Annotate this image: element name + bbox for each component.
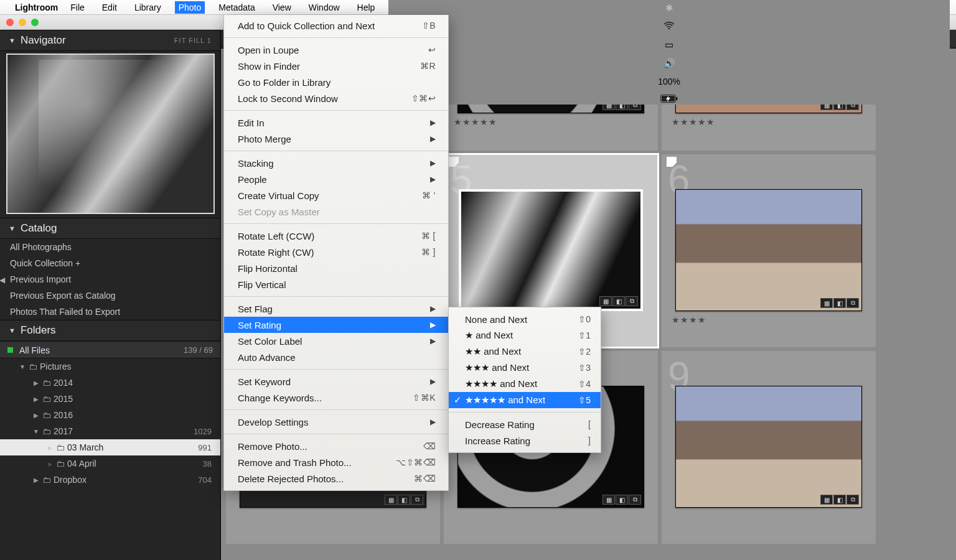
rating-stars[interactable]: ★★★★ — [672, 315, 867, 325]
menu-item[interactable]: Set Rating▶ — [224, 317, 448, 333]
menu-library[interactable]: Library — [131, 1, 165, 14]
app-name[interactable]: Lightroom — [15, 2, 58, 12]
menu-item[interactable]: Rotate Right (CW)⌘ ] — [224, 244, 448, 260]
menu-file[interactable]: File — [67, 1, 88, 14]
minimize-window-icon[interactable] — [19, 19, 26, 26]
catalog-header[interactable]: ▼ Catalog — [0, 218, 220, 239]
tree-arrow-icon[interactable]: ▹ — [46, 444, 54, 451]
thumbnail-image[interactable]: ▦◧⧉ — [675, 189, 862, 311]
menu-item[interactable]: Remove and Trash Photo...⌥⇧⌘⌫ — [224, 454, 448, 470]
badge-icon[interactable]: ▦ — [820, 495, 833, 505]
menu-item[interactable]: Set Flag▶ — [224, 301, 448, 317]
folder-row[interactable]: ▶🗀2014 — [0, 375, 220, 391]
tree-arrow-icon[interactable]: ▶ — [32, 477, 40, 483]
tree-arrow-icon[interactable]: ▶ — [32, 412, 40, 419]
submenu-item[interactable]: None and Next⇧0 — [449, 311, 601, 327]
menu-item[interactable]: Create Virtual Copy⌘ ' — [224, 187, 448, 203]
menu-item[interactable]: Flip Horizontal — [224, 260, 448, 276]
bluetooth-icon[interactable]: ✱ — [665, 2, 673, 14]
menu-item[interactable]: Develop Settings▶ — [224, 414, 448, 430]
navigator-zoom-opts[interactable]: FIT FILL 1 — [174, 37, 212, 44]
tree-arrow-icon[interactable]: ▼ — [32, 428, 40, 435]
menu-view[interactable]: View — [269, 1, 295, 14]
menu-edit[interactable]: Edit — [98, 1, 121, 14]
badge-icon[interactable]: ▦ — [602, 495, 615, 505]
airplay-icon[interactable]: ▭ — [665, 39, 673, 50]
tree-arrow-icon[interactable]: ▹ — [46, 460, 54, 467]
catalog-item[interactable]: Previous Import — [0, 271, 220, 287]
folder-row[interactable]: ▶🗀2016 — [0, 407, 220, 423]
folder-row[interactable]: ▼🗀Pictures — [0, 358, 220, 375]
submenu-item[interactable]: Increase Rating] — [449, 432, 601, 449]
thumbnail-cell[interactable]: 6▦◧⧉★★★★ — [662, 154, 876, 347]
menu-item[interactable]: Auto Advance — [224, 349, 448, 365]
tree-arrow-icon[interactable]: ▼ — [19, 363, 26, 370]
badge-icon[interactable]: ▦ — [599, 296, 612, 306]
folders-header[interactable]: ▼ Folders — [0, 320, 220, 341]
tree-arrow-icon[interactable]: ▶ — [32, 396, 40, 403]
menu-metadata[interactable]: Metadata — [215, 1, 258, 14]
menu-item[interactable]: Open in Loupe↩ — [224, 42, 448, 58]
navigator-preview[interactable] — [6, 54, 215, 214]
menu-item[interactable]: Remove Photo...⌫ — [224, 438, 448, 454]
menu-item[interactable]: Set Color Label▶ — [224, 333, 448, 349]
menu-item[interactable]: Show in Finder⌘R — [224, 58, 448, 74]
menu-item[interactable]: Lock to Second Window⇧⌘↩ — [224, 90, 448, 106]
catalog-item[interactable]: Quick Collection + — [0, 255, 220, 271]
menu-item[interactable]: Flip Vertical — [224, 276, 448, 292]
badge-icon[interactable]: ▦ — [385, 495, 397, 505]
badge-icon[interactable]: ◧ — [833, 495, 846, 505]
catalog-item[interactable]: Photos That Failed to Export — [0, 304, 220, 320]
navigator-header[interactable]: ▼ Navigator FIT FILL 1 — [0, 30, 220, 51]
badge-icon[interactable]: ◧ — [398, 495, 410, 505]
menu-item[interactable]: Change Keywords...⇧⌘K — [224, 390, 448, 406]
menu-item[interactable]: Rotate Left (CCW)⌘ [ — [224, 228, 448, 244]
wifi-icon[interactable] — [663, 21, 675, 32]
rating-stars[interactable]: ★★★★★ — [672, 117, 867, 127]
submenu-item[interactable]: ★ and Next⇧1 — [449, 327, 601, 343]
badge-icon[interactable]: ◧ — [833, 298, 846, 308]
submenu-item[interactable]: ✓★★★★★ and Next⇧5 — [449, 392, 601, 408]
badge-icon[interactable]: ⧉ — [626, 296, 638, 306]
folder-row[interactable]: ▹🗀04 April38 — [0, 455, 220, 472]
thumbnail-image[interactable]: ▦◧⧉ — [459, 189, 643, 311]
badge-icon[interactable]: ▦ — [820, 298, 833, 308]
menu-item[interactable]: Set Keyword▶ — [224, 373, 448, 390]
menu-item[interactable]: Delete Rejected Photos...⌘⌫ — [224, 470, 448, 487]
rating-stars[interactable]: ★★★★★ — [454, 117, 649, 127]
menu-item[interactable]: Go to Folder in Library — [224, 74, 448, 90]
menu-photo[interactable]: Photo — [175, 1, 205, 14]
badge-icon[interactable]: ⧉ — [846, 298, 859, 308]
menu-item[interactable]: Edit In▶ — [224, 114, 448, 131]
menu-help[interactable]: Help — [354, 1, 379, 14]
submenu-item[interactable]: ★★★★ and Next⇧4 — [449, 376, 601, 392]
folder-row[interactable]: ▶🗀2015 — [0, 391, 220, 407]
tree-arrow-icon[interactable]: ▶ — [32, 380, 40, 386]
submenu-item[interactable]: ★★★ and Next⇧3 — [449, 360, 601, 376]
badge-icon[interactable]: ⧉ — [846, 495, 859, 505]
badge-icon[interactable]: ⧉ — [411, 495, 423, 505]
submenu-item[interactable]: Decrease Rating[ — [449, 416, 601, 432]
folder-row[interactable]: ▹🗀03 March991 — [0, 439, 220, 455]
catalog-item[interactable]: All Photographs — [0, 239, 220, 255]
thumbnail-cell[interactable]: 9▦◧⧉ — [662, 351, 876, 544]
folder-row[interactable]: ▶🗀Dropbox704 — [0, 472, 220, 488]
menu-item[interactable]: Stacking▶ — [224, 155, 448, 171]
badge-icon[interactable]: ⧉ — [629, 495, 641, 505]
badge-icon[interactable]: ◧ — [612, 296, 625, 306]
badge-icon[interactable]: ◧ — [616, 495, 628, 505]
submenu-item[interactable]: ★★ and Next⇧2 — [449, 343, 601, 360]
menu-item[interactable]: Photo Merge▶ — [224, 131, 448, 147]
menu-item[interactable]: People▶ — [224, 171, 448, 187]
left-collapse-icon[interactable]: ◀ — [0, 276, 5, 284]
thumbnail-image[interactable]: ▦◧⧉ — [675, 386, 862, 508]
close-window-icon[interactable] — [6, 19, 14, 26]
zoom-window-icon[interactable] — [31, 19, 39, 26]
battery-icon[interactable] — [660, 94, 678, 105]
volume-icon[interactable]: 🔊 — [663, 58, 675, 69]
menu-item[interactable]: Add to Quick Collection and Next⇧B — [224, 17, 448, 34]
catalog-item[interactable]: Previous Export as Catalog — [0, 287, 220, 304]
menu-window[interactable]: Window — [305, 1, 344, 14]
volume-row[interactable]: All Files139 / 69 — [0, 342, 220, 358]
folder-row[interactable]: ▼🗀20171029 — [0, 423, 220, 439]
